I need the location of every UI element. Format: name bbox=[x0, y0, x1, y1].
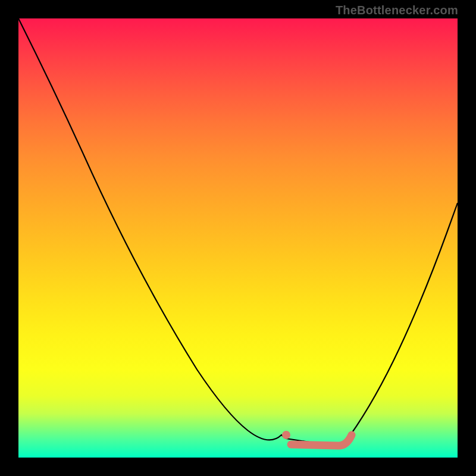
attribution-label: TheBottlenecker.com bbox=[336, 4, 458, 17]
chart-svg bbox=[18, 18, 458, 458]
main-curve bbox=[18, 18, 458, 447]
plot-area bbox=[18, 18, 458, 458]
chart-container: TheBottlenecker.com bbox=[0, 0, 476, 476]
marker-dot bbox=[282, 431, 290, 439]
